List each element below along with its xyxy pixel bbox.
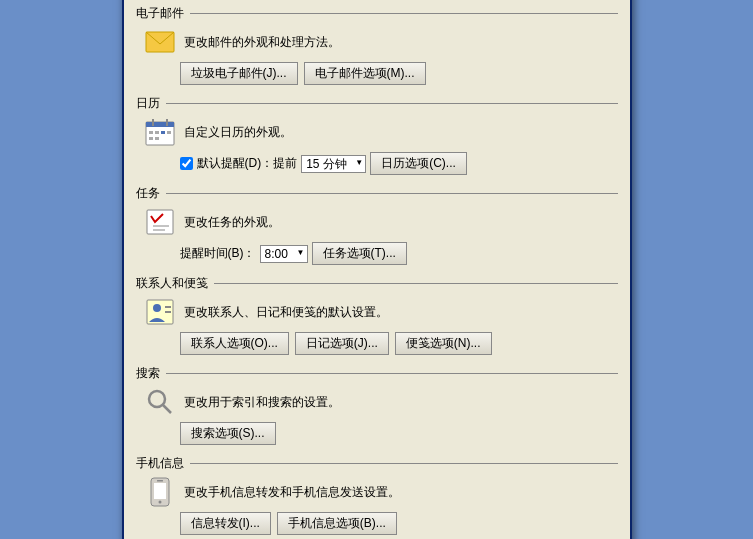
contacts-btn-row: 联系人选项(O)... 日记选项(J)... 便笺选项(N)... xyxy=(180,332,618,355)
search-btn-row: 搜索选项(S)... xyxy=(180,422,618,445)
tasks-section: 任务 更改任务的外观。 提醒时间(B)： 8:00 9 xyxy=(136,185,618,265)
contacts-options-button[interactable]: 联系人选项(O)... xyxy=(180,332,289,355)
reminder-time-select[interactable]: 5 分钟 10 分钟 15 分钟 30 分钟 1 小时 xyxy=(301,155,366,173)
search-row: 更改用于索引和搜索的设置。 xyxy=(144,386,618,418)
mobile-desc: 更改手机信息转发和手机信息发送设置。 xyxy=(184,484,618,501)
calendar-icon xyxy=(144,116,176,148)
notes-options-button[interactable]: 便笺选项(N)... xyxy=(395,332,492,355)
svg-rect-21 xyxy=(154,483,166,499)
svg-rect-23 xyxy=(157,480,163,482)
email-row: 更改邮件的外观和处理方法。 xyxy=(144,26,618,58)
task-time-select[interactable]: 8:00 9:00 xyxy=(260,245,308,263)
svg-rect-10 xyxy=(155,137,159,140)
main-content: 电子邮件 更改邮件的外观和处理方法。 垃圾电子邮件(J)... 电子邮件选项(M… xyxy=(124,0,630,539)
mobile-row: 更改手机信息转发和手机信息发送设置。 xyxy=(144,476,618,508)
contacts-desc: 更改联系人、日记和便笺的默认设置。 xyxy=(184,304,618,321)
contacts-icon xyxy=(144,296,176,328)
calendar-checkbox-label: 默认提醒(D)：提前 xyxy=(197,155,298,172)
junk-email-button[interactable]: 垃圾电子邮件(J)... xyxy=(180,62,298,85)
email-section-title: 电子邮件 xyxy=(136,5,618,22)
svg-line-19 xyxy=(163,405,171,413)
tasks-icon xyxy=(144,206,176,238)
search-section: 搜索 更改用于索引和搜索的设置。 搜索选项(S)... xyxy=(136,365,618,445)
calendar-desc: 自定义日历的外观。 xyxy=(184,124,618,141)
calendar-checkbox-row: 默认提醒(D)：提前 5 分钟 10 分钟 15 分钟 30 分钟 1 小时 日… xyxy=(180,152,618,175)
mobile-section-title: 手机信息 xyxy=(136,455,618,472)
svg-point-15 xyxy=(153,304,161,312)
default-reminder-checkbox[interactable] xyxy=(180,157,193,170)
search-desc: 更改用于索引和搜索的设置。 xyxy=(184,394,618,411)
search-section-title: 搜索 xyxy=(136,365,618,382)
calendar-options-button[interactable]: 日历选项(C)... xyxy=(370,152,467,175)
tasks-row: 更改任务的外观。 xyxy=(144,206,618,238)
contacts-row: 更改联系人、日记和便笺的默认设置。 xyxy=(144,296,618,328)
contacts-section: 联系人和便笺 更改联系人、日记和便笺的默认设置。 联系人选项(O)... 日记选… xyxy=(136,275,618,355)
svg-rect-2 xyxy=(146,122,174,127)
mobile-icon xyxy=(144,476,176,508)
email-desc: 更改邮件的外观和处理方法。 xyxy=(184,34,618,51)
svg-rect-6 xyxy=(155,131,159,134)
tasks-section-title: 任务 xyxy=(136,185,618,202)
svg-rect-5 xyxy=(149,131,153,134)
svg-rect-9 xyxy=(149,137,153,140)
calendar-section-title: 日历 xyxy=(136,95,618,112)
mobile-section: 手机信息 更改手机信息转发和手机信息发送设置。 信息转发(I)... 手机信息选… xyxy=(136,455,618,535)
svg-point-22 xyxy=(158,501,161,504)
tasks-time-row: 提醒时间(B)： 8:00 9:00 任务选项(T)... xyxy=(180,242,618,265)
email-section: 电子邮件 更改邮件的外观和处理方法。 垃圾电子邮件(J)... 电子邮件选项(M… xyxy=(136,5,618,85)
email-icon xyxy=(144,26,176,58)
options-dialog: 选项 ? × 首选参数 邮件设置 邮件格式 拼写检查 其他 代理 电子邮件 xyxy=(122,0,632,539)
journal-options-button[interactable]: 日记选项(J)... xyxy=(295,332,389,355)
svg-rect-17 xyxy=(165,311,171,313)
calendar-row: 自定义日历的外观。 xyxy=(144,116,618,148)
email-btn-row: 垃圾电子邮件(J)... 电子邮件选项(M)... xyxy=(180,62,618,85)
message-forward-button[interactable]: 信息转发(I)... xyxy=(180,512,271,535)
calendar-section: 日历 自定义日历的外观。 xyxy=(136,95,618,175)
tasks-time-label: 提醒时间(B)： xyxy=(180,245,256,262)
svg-rect-8 xyxy=(167,131,171,134)
svg-rect-16 xyxy=(165,306,171,308)
reminder-time-select-wrap: 5 分钟 10 分钟 15 分钟 30 分钟 1 小时 xyxy=(301,155,366,173)
mobile-btn-row: 信息转发(I)... 手机信息选项(B)... xyxy=(180,512,618,535)
search-icon xyxy=(144,386,176,418)
contacts-section-title: 联系人和便笺 xyxy=(136,275,618,292)
search-options-button[interactable]: 搜索选项(S)... xyxy=(180,422,276,445)
svg-point-18 xyxy=(149,391,165,407)
svg-rect-7 xyxy=(161,131,165,134)
task-options-button[interactable]: 任务选项(T)... xyxy=(312,242,407,265)
task-time-select-wrap: 8:00 9:00 xyxy=(260,245,308,263)
mobile-options-button[interactable]: 手机信息选项(B)... xyxy=(277,512,397,535)
tasks-desc: 更改任务的外观。 xyxy=(184,214,618,231)
email-options-button[interactable]: 电子邮件选项(M)... xyxy=(304,62,426,85)
